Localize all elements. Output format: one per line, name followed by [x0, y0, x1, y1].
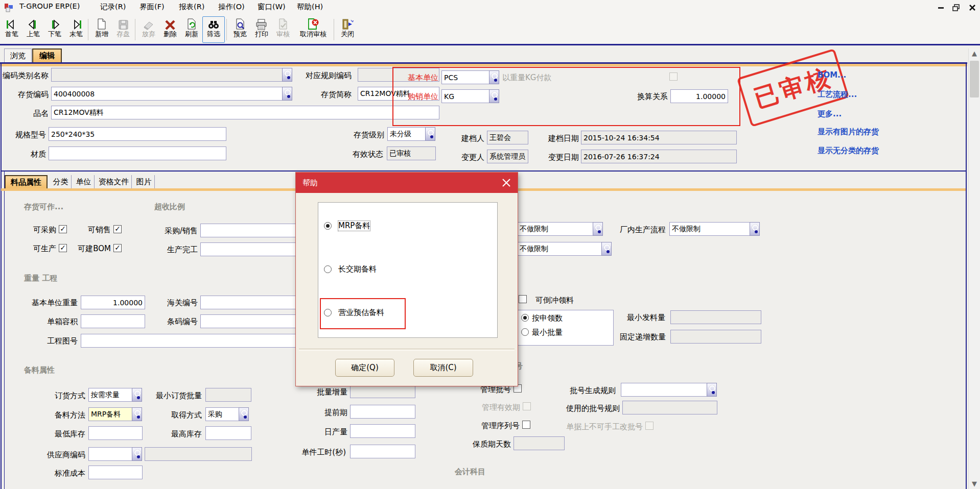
- menu-window[interactable]: 窗口(W): [258, 2, 286, 12]
- cancel-approve-button[interactable]: 取消审核: [294, 16, 333, 43]
- help-dialog-titlebar[interactable]: 帮助: [296, 173, 518, 193]
- trade-unit-field[interactable]: KG: [441, 89, 489, 103]
- subtab-qualification[interactable]: 资格文件: [96, 175, 132, 188]
- prev-record-button[interactable]: 上笔: [22, 16, 44, 43]
- approve-button[interactable]: 审核: [272, 16, 294, 43]
- base-unit-lookup-button[interactable]: [489, 70, 499, 84]
- manage-serial-checkbox[interactable]: [522, 421, 530, 429]
- shelf-days-field[interactable]: [514, 436, 565, 450]
- scroll-down-icon[interactable]: ▼: [969, 479, 980, 489]
- material-field[interactable]: [49, 146, 226, 160]
- subtab-category[interactable]: 分类: [50, 175, 72, 188]
- no-manual-batch-checkbox[interactable]: [645, 422, 654, 430]
- supplier-code-lookup-button[interactable]: [132, 447, 142, 461]
- link-bom[interactable]: BOM...: [818, 70, 846, 80]
- min-stock-field[interactable]: [88, 426, 143, 440]
- mrp-option-radio[interactable]: [324, 222, 332, 230]
- link-show-unclassified[interactable]: 显示无分类的存货: [818, 146, 879, 156]
- order-mode-lookup-button[interactable]: [132, 388, 142, 402]
- prep-method-field[interactable]: MRP备料: [88, 407, 132, 421]
- purchasable-checkbox[interactable]: ✓: [59, 225, 67, 233]
- long-leadtime-option-radio[interactable]: [324, 265, 332, 273]
- menu-operate[interactable]: 操作(O): [218, 2, 245, 12]
- trade-unit-lookup-button[interactable]: [489, 89, 499, 103]
- subtab-unit[interactable]: 单位: [73, 175, 95, 188]
- level-field[interactable]: 未分级: [387, 127, 426, 141]
- acquire-mode-field[interactable]: 采购: [205, 407, 239, 421]
- menu-record[interactable]: 记录(R): [100, 2, 126, 12]
- dialog-close-icon[interactable]: [501, 178, 511, 188]
- prod-finish-ratio-field[interactable]: [200, 242, 301, 256]
- next-record-button[interactable]: 下笔: [44, 16, 65, 43]
- discard-button[interactable]: 放弃: [138, 16, 159, 43]
- sales-forecast-option-label[interactable]: 营业预估备料: [338, 308, 384, 317]
- last-record-button[interactable]: 末笔: [65, 16, 87, 43]
- fixed-incr-field[interactable]: [670, 330, 761, 344]
- subtab-attributes[interactable]: 料品属性: [5, 175, 48, 188]
- pay-by-kg-checkbox[interactable]: [669, 72, 678, 81]
- preview-button[interactable]: 预览: [229, 16, 251, 43]
- min-batch-radio[interactable]: [521, 328, 529, 336]
- limit-field-1[interactable]: 不做限制: [517, 222, 593, 236]
- limit-field-1-lookup-button[interactable]: [593, 222, 603, 236]
- by-request-radio[interactable]: [521, 314, 529, 322]
- daily-output-field[interactable]: [350, 424, 415, 438]
- spec-field[interactable]: 250*240*35: [49, 127, 226, 141]
- delete-button[interactable]: 删除: [159, 16, 181, 43]
- customs-code-field[interactable]: [200, 296, 301, 309]
- menu-tgroup-erp[interactable]: T-GROUP ERP(E): [19, 2, 80, 10]
- box-volume-field[interactable]: [81, 314, 145, 328]
- minimize-icon[interactable]: [938, 7, 944, 9]
- save-button[interactable]: 存盘: [112, 16, 134, 43]
- min-issue-field[interactable]: [670, 310, 761, 324]
- acquire-mode-lookup-button[interactable]: [239, 407, 249, 421]
- product-name-field[interactable]: CR12MOV精料: [51, 106, 439, 119]
- supplier-code-field[interactable]: [88, 447, 132, 461]
- refresh-button[interactable]: 刷新: [181, 16, 202, 43]
- limit-field-2[interactable]: 不做限制: [517, 242, 602, 256]
- unit-time-field[interactable]: [350, 445, 415, 458]
- long-leadtime-option-label[interactable]: 长交期备料: [338, 264, 377, 274]
- menu-help[interactable]: 帮助(H): [297, 2, 323, 12]
- level-lookup-button[interactable]: [425, 127, 435, 141]
- print-button[interactable]: 打印: [251, 16, 272, 43]
- batch-rule-lookup-button[interactable]: [707, 383, 717, 397]
- vertical-scrollbar[interactable]: ▲ ▼: [968, 48, 980, 489]
- barcode-field[interactable]: [200, 314, 301, 328]
- inventory-code-field[interactable]: 400400008: [51, 87, 292, 101]
- order-mode-field[interactable]: 按需求量: [88, 388, 132, 402]
- conversion-field[interactable]: 1.00000: [670, 89, 728, 103]
- first-record-button[interactable]: 首笔: [1, 16, 22, 43]
- tab-browse[interactable]: 浏览: [4, 48, 32, 62]
- std-cost-field[interactable]: [88, 466, 143, 479]
- salable-checkbox[interactable]: ✓: [113, 225, 122, 233]
- manage-validity-checkbox[interactable]: [523, 402, 531, 410]
- new-button[interactable]: 新增: [91, 16, 112, 43]
- purchase-sale-ratio-field[interactable]: [200, 224, 301, 237]
- restore-icon[interactable]: [952, 4, 960, 11]
- filter-button[interactable]: 筛选: [202, 16, 225, 43]
- cancel-button[interactable]: 取消(C): [413, 359, 473, 377]
- scroll-up-icon[interactable]: ▲: [969, 48, 980, 59]
- close-form-button[interactable]: 关闭: [337, 16, 358, 43]
- link-show-with-image[interactable]: 显示有图片的存货: [818, 127, 879, 137]
- menu-report[interactable]: 报表(R): [179, 2, 204, 12]
- link-more[interactable]: 更多...: [818, 109, 842, 119]
- tab-edit[interactable]: 编辑: [32, 48, 62, 62]
- prep-method-lookup-button[interactable]: [132, 407, 142, 421]
- link-process-flow[interactable]: 工艺流程...: [818, 90, 857, 100]
- sales-forecast-option-radio[interactable]: [324, 309, 332, 316]
- max-stock-field[interactable]: [205, 426, 251, 440]
- drawing-no-field[interactable]: [81, 334, 301, 348]
- batch-incr-field[interactable]: [350, 384, 415, 398]
- base-unit-field[interactable]: PCS: [441, 70, 489, 84]
- backflush-checkbox[interactable]: [519, 295, 527, 303]
- min-order-field[interactable]: [205, 388, 251, 402]
- base-weight-field[interactable]: 1.00000: [81, 296, 145, 309]
- factory-flow-lookup-button[interactable]: [750, 222, 760, 236]
- lead-time-field[interactable]: [350, 405, 415, 419]
- batch-rule-field[interactable]: [621, 383, 707, 397]
- ok-button[interactable]: 确定(Q): [335, 359, 394, 377]
- scrollbar-thumb[interactable]: [970, 61, 979, 97]
- mrp-option-label[interactable]: MRP备料: [338, 221, 370, 231]
